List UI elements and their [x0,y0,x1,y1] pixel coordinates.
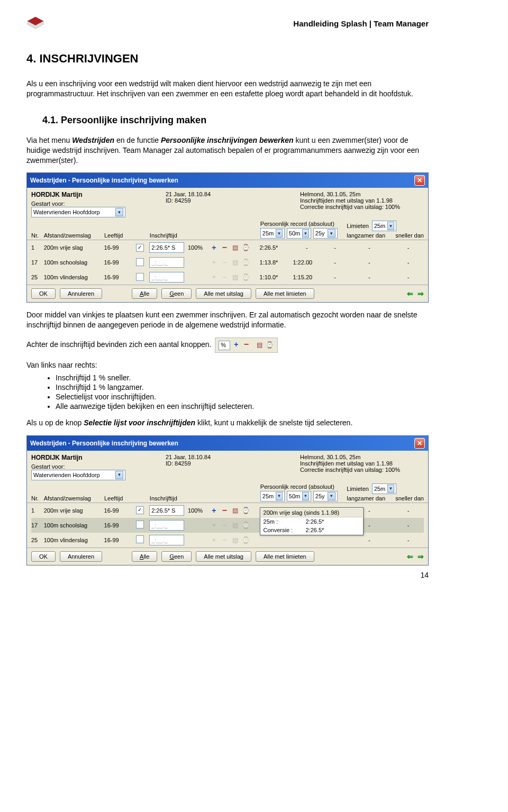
none-button[interactable]: GGeeneen [161,288,192,299]
started-for-label: Gestart voor: [31,200,65,207]
doc-header: Handleiding Splash | Team Manager [26,16,429,31]
ok-button[interactable]: OK [31,551,56,562]
table-row[interactable]: 1 200m vrije slag 16-99 ✓ 2:26.5* S 100%… [31,240,424,255]
club-combo[interactable]: Watervrienden Hoofddorp▼ [31,470,125,480]
hdr-pr: Persoonlijk record (absoluut) [260,221,344,227]
entrytime-input[interactable]: _:__._ [149,257,184,268]
hdr-age: Leeftijd [104,232,133,239]
row-checkbox[interactable] [136,273,144,281]
prev-icon[interactable]: ⇐ [407,289,413,298]
entrytime-input[interactable]: _:__._ [149,535,184,545]
page-number: 14 [26,571,429,579]
chevron-down-icon[interactable]: ▼ [302,492,309,500]
timelist-icon[interactable]: ▤ [231,506,239,515]
all-result-button[interactable]: Alle met uitslag [196,551,251,562]
hdr-event: Afstand/zwemslag [44,232,101,239]
all-result-button[interactable]: Alle met uitslag [196,288,251,299]
button-legend-list: Inschrijftijd 1 % sneller. Inschrijftijd… [26,373,429,410]
hdr-limits: Limieten [347,486,369,492]
club-combo[interactable]: Watervrienden Hoofddorp▼ [31,207,125,217]
close-icon[interactable]: ✕ [414,438,425,449]
row-checkbox[interactable]: ✓ [136,506,144,514]
prev-icon[interactable]: ⇐ [407,552,413,561]
all-limit-button[interactable]: Alle met limieten [256,551,314,562]
chevron-down-icon[interactable]: ▼ [276,229,283,238]
row-checkbox[interactable]: ✓ [136,244,144,252]
entrytime-input[interactable]: 2:26.5* S [149,242,184,253]
hdr-entrytime: Inschrijftijd [150,232,185,239]
hdr-age: Leeftijd [104,495,133,501]
popup-title: 200m vrije slag (sinds 1.1.98) [261,508,362,517]
chevron-down-icon[interactable]: ▼ [328,492,335,500]
pr-25m-combo[interactable]: 25m▼ [260,228,285,239]
limits-course-combo[interactable]: 25m▼ [372,483,396,494]
cancel-button[interactable]: Annuleren [60,551,102,562]
slower-icon: − [220,273,229,281]
correction-line: Correctie inschrijftijd van uitslag: 100… [300,204,424,210]
clock-icon: ⌚ [241,273,250,281]
doc-title: Handleiding Splash | Team Manager [293,19,429,28]
paragraph-intro: Als u een inschrijving voor een wedstrij… [26,79,429,99]
next-icon[interactable]: ⇒ [418,552,424,561]
table-row[interactable]: 17 100m schoolslag 16-99 _:__._ + − ▤ ⌚ … [31,255,424,270]
slower-icon[interactable]: − [220,243,229,252]
next-icon[interactable]: ⇒ [418,289,424,298]
heading-2: 4.1. Persoonlijke inschrijving maken [26,115,429,126]
row-checkbox[interactable] [136,521,144,528]
pr-25y-combo[interactable]: 25y▼ [313,491,338,501]
clock-icon[interactable]: ⌚ [241,506,250,515]
chevron-down-icon[interactable]: ▼ [387,485,394,493]
all-button[interactable]: AAllelle [132,288,157,299]
titlebar: Wedstrijden - Persoonlijke inschrijving … [27,173,428,188]
entrytime-input[interactable]: _:__._ [149,520,184,531]
slower-icon[interactable]: − [242,340,250,349]
faster-icon[interactable]: + [210,243,218,252]
pr-25y-combo[interactable]: 25y▼ [313,228,338,239]
faster-icon[interactable]: + [232,341,240,349]
faster-icon[interactable]: + [210,506,218,515]
hdr-nr: Nr. [31,495,41,501]
list-lead: Van links naar rechts: [26,360,429,370]
pr-50m-combo[interactable]: 50m▼ [287,491,311,501]
ok-button[interactable]: OK [31,288,56,299]
table-row[interactable]: 25 100m vlinderslag 16-99 _:__._ + − ▤ ⌚… [31,533,424,548]
time-popup[interactable]: 200m vrije slag (sinds 1.1.98) 25m :2:26… [260,507,364,535]
meet-line: Helmond, 30.1.05, 25m [300,454,424,460]
all-limit-button[interactable]: Alle met limieten [256,288,314,299]
chevron-down-icon[interactable]: ▼ [276,492,283,500]
age-line: 21 Jaar, 18.10.84 [166,191,289,197]
none-button[interactable]: Geen [161,551,192,562]
list-item: Selectielijst voor inschrijftijden. [56,393,429,401]
table-row[interactable]: 17 100m schoolslag 16-99 _:__._ + − ▤ ⌚ … [31,518,424,533]
entrytime-input[interactable]: _:__._ [149,272,184,282]
swimmer-name: HORDIJK Martijn [31,454,155,461]
table-row[interactable]: 25 100m vlinderslag 16-99 _:__._ + − ▤ ⌚… [31,270,424,285]
hdr-event: Afstand/zwemslag [44,495,101,501]
hdr-pr: Persoonlijk record (absoluut) [260,483,344,490]
correction-line: Correctie inschrijftijd van uitslag: 100… [300,467,424,473]
chevron-down-icon[interactable]: ▼ [387,222,394,230]
close-icon[interactable]: ✕ [414,175,425,186]
limits-course-combo[interactable]: 25m▼ [372,221,396,231]
entrytimes-line: Inschrijftijden met uitslag van 1.1.98 [300,460,424,467]
clock-icon[interactable]: ⌚ [266,341,274,350]
timelist-icon[interactable]: ▤ [231,243,239,252]
pr-50m-combo[interactable]: 50m▼ [287,228,311,239]
chevron-down-icon[interactable]: ▼ [115,471,123,479]
cancel-button[interactable]: Annuleren [60,288,102,299]
pr-25m-combo[interactable]: 25m▼ [260,491,285,501]
heading-1: 4. INSCHRIJVINGEN [26,52,429,66]
table-row[interactable]: 1 200m vrije slag 16-99 ✓ 2:26.5* S 100%… [31,503,424,518]
timelist-icon[interactable]: ▤ [256,341,264,350]
all-button[interactable]: Alle [132,551,157,562]
chevron-down-icon[interactable]: ▼ [115,208,123,216]
chevron-down-icon[interactable]: ▼ [302,229,309,238]
clock-icon[interactable]: ⌚ [241,243,250,252]
row-checkbox[interactable] [136,535,144,543]
row-checkbox[interactable] [136,258,144,266]
hdr-nr: Nr. [31,232,41,239]
entrytime-input[interactable]: 2:26.5* S [149,505,184,516]
window-entry-edit-popup: Wedstrijden - Persoonlijke inschrijving … [26,435,429,565]
slower-icon[interactable]: − [220,506,229,515]
chevron-down-icon[interactable]: ▼ [328,229,335,238]
